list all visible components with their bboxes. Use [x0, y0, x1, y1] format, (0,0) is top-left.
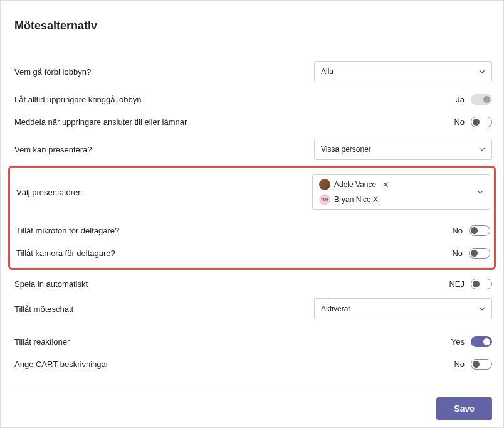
- choose-presenters-select[interactable]: Adele Vance ✕ BN Bryan Nice X: [312, 174, 490, 210]
- choose-presenters-label: Välj presentatörer:: [16, 188, 83, 197]
- option-auto-record: Spela in automatiskt NEJ: [12, 272, 492, 295]
- option-allow-camera: Tillåt kamera för deltagare? No: [10, 242, 490, 264]
- allow-camera-value-label: No: [452, 249, 463, 258]
- avatar: [319, 179, 330, 190]
- callers-bypass-label: Låt alltid uppringare kringgå lobbyn: [14, 95, 141, 104]
- cart-captions-label: Ange CART-beskrivningar: [14, 360, 108, 369]
- option-cart-captions: Ange CART-beskrivningar No: [12, 353, 492, 375]
- option-allow-mic: Tillåt mikrofon för deltagare? No: [10, 219, 490, 242]
- save-button[interactable]: Save: [436, 397, 492, 420]
- meeting-chat-label: Tillåt möteschatt: [14, 304, 73, 314]
- option-reactions: Tillåt reaktioner Yes: [12, 330, 492, 353]
- who-present-label: Vem kan presentera?: [14, 145, 92, 154]
- auto-record-value-label: NEJ: [449, 279, 465, 289]
- avatar: BN: [319, 194, 330, 205]
- who-present-select[interactable]: Vissa personer: [314, 139, 492, 160]
- option-who-present: Vem kan presentera? Vissa personer: [12, 136, 492, 163]
- lobby-bypass-label: Vem gå förbi lobbyn?: [14, 67, 91, 77]
- chevron-down-icon: [479, 306, 485, 312]
- announce-callers-label: Meddela när uppringare ansluter till ell…: [14, 117, 187, 127]
- reactions-label: Tillåt reaktioner: [14, 337, 70, 346]
- option-lobby-bypass: Vem gå förbi lobbyn? Alla: [12, 58, 492, 85]
- meeting-chat-select[interactable]: Aktiverat: [314, 298, 492, 319]
- meeting-chat-value: Aktiverat: [321, 304, 350, 313]
- presenter-item: BN Bryan Nice X: [319, 194, 389, 205]
- cart-captions-toggle[interactable]: [471, 359, 492, 370]
- allow-camera-toggle[interactable]: [469, 248, 490, 259]
- allow-mic-label: Tillåt mikrofon för deltagare?: [16, 226, 119, 235]
- reactions-value-label: Yes: [451, 337, 465, 346]
- chevron-down-icon: [479, 68, 485, 75]
- auto-record-label: Spela in automatiskt: [14, 279, 88, 289]
- option-callers-bypass: Låt alltid uppringare kringgå lobbyn Ja: [12, 88, 492, 110]
- meeting-options-panel: Mötesalternativ Vem gå förbi lobbyn? All…: [0, 0, 504, 428]
- remove-presenter-icon[interactable]: ✕: [382, 180, 389, 190]
- presenter-name: Bryan Nice X: [334, 195, 378, 204]
- highlight-box: Välj presentatörer: Adele Vance ✕ BN Bry…: [8, 166, 496, 270]
- announce-callers-value-label: No: [454, 117, 465, 127]
- callers-bypass-toggle: [471, 94, 492, 105]
- option-announce-callers: Meddela när uppringare ansluter till ell…: [12, 110, 492, 133]
- callers-bypass-value-label: Ja: [456, 95, 465, 104]
- allow-mic-value-label: No: [452, 226, 463, 235]
- allow-mic-toggle[interactable]: [469, 225, 490, 236]
- chevron-down-icon: [477, 189, 483, 195]
- presenter-item: Adele Vance ✕: [319, 179, 389, 190]
- footer: Save: [12, 397, 492, 420]
- presenter-list: Adele Vance ✕ BN Bryan Nice X: [319, 179, 389, 205]
- lobby-bypass-value: Alla: [321, 67, 333, 76]
- lobby-bypass-select[interactable]: Alla: [314, 61, 492, 82]
- page-title: Mötesalternativ: [12, 19, 492, 33]
- cart-captions-value-label: No: [454, 360, 465, 369]
- auto-record-toggle[interactable]: [471, 279, 492, 289]
- allow-camera-label: Tillåt kamera för deltagare?: [16, 249, 115, 258]
- option-choose-presenters: Välj presentatörer: Adele Vance ✕ BN Bry…: [10, 171, 490, 213]
- who-present-value: Vissa personer: [321, 145, 371, 154]
- divider: [12, 388, 492, 388]
- chevron-down-icon: [479, 146, 485, 152]
- presenter-name: Adele Vance: [334, 180, 376, 189]
- reactions-toggle[interactable]: [471, 336, 492, 347]
- announce-callers-toggle[interactable]: [471, 117, 492, 127]
- option-meeting-chat: Tillåt möteschatt Aktiverat: [12, 295, 492, 323]
